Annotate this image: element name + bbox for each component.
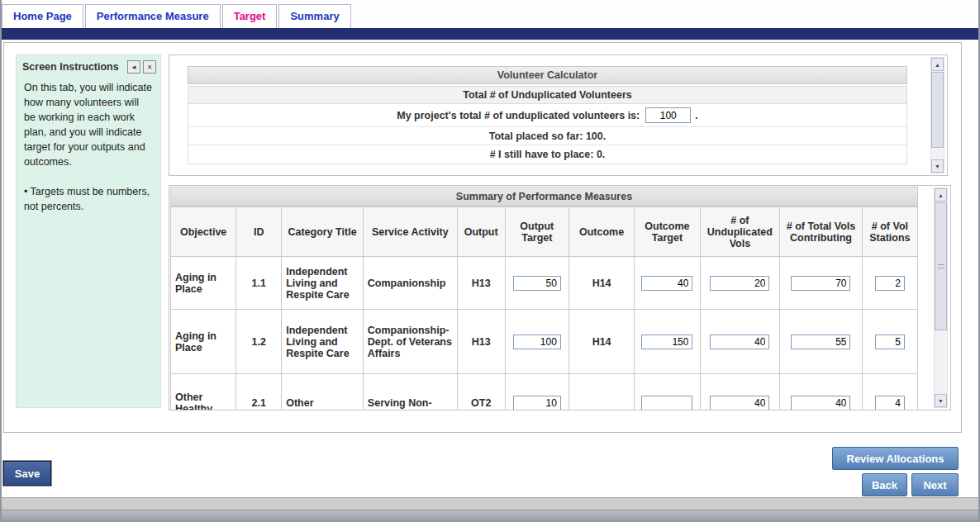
- summary-scroll-up-button[interactable]: ▲: [935, 188, 947, 202]
- output-target-input[interactable]: [513, 396, 561, 410]
- cell-id: 1.1: [236, 257, 282, 310]
- tab-summary[interactable]: Summary: [278, 4, 350, 28]
- col-header-outcome-target: Outcome Target: [635, 207, 700, 257]
- total-vols-contributing-input[interactable]: [791, 396, 850, 410]
- outcome-target-input[interactable]: [641, 276, 692, 291]
- summary-scrollbar: ▲ ▼: [934, 187, 948, 408]
- total-vols-contributing-input[interactable]: [791, 276, 850, 291]
- col-header-id: ID: [236, 207, 282, 257]
- status-bar: [2, 497, 978, 510]
- table-header-row: Objective ID Category Title Service Acti…: [171, 207, 918, 257]
- back-button[interactable]: Back: [862, 473, 907, 496]
- cell-output: H13: [457, 310, 505, 374]
- col-header-service-activity: Service Activity: [363, 207, 457, 257]
- total-vols-contributing-input[interactable]: [791, 335, 850, 349]
- output-target-input[interactable]: [513, 276, 561, 291]
- summary-scroll-down-button[interactable]: ▼: [935, 394, 947, 407]
- scroll-down-icon: ▼: [935, 164, 940, 169]
- tab-home-page[interactable]: Home Page: [2, 4, 83, 28]
- next-button[interactable]: Next: [911, 473, 959, 496]
- col-header-total-vols-contributing: # of Total Vols Contributing: [780, 207, 863, 257]
- total-volunteers-row: My project's total # of unduplicated vol…: [188, 104, 906, 127]
- unduplicated-vols-input[interactable]: [710, 396, 769, 410]
- cell-id: 2.1: [236, 374, 282, 411]
- col-header-objective: Objective: [171, 207, 236, 257]
- cell-outcome: H14: [568, 257, 634, 310]
- volunteer-calculator-panel: Volunteer Calculator Total # of Unduplic…: [169, 55, 948, 176]
- tab-target[interactable]: Target: [222, 4, 278, 28]
- outcome-target-input[interactable]: [641, 396, 692, 410]
- cell-service-activity: Serving Non-: [363, 374, 457, 411]
- col-header-unduplicated-vols: # of Unduplicated Vols: [700, 207, 780, 257]
- left-arrow-icon: ◄: [131, 64, 137, 71]
- unduplicated-vols-input[interactable]: [710, 276, 769, 291]
- total-volunteers-suffix: .: [695, 110, 697, 121]
- cell-category-title: Independent Living and Respite Care: [282, 257, 364, 310]
- cell-objective: Aging in Place: [171, 310, 236, 374]
- vol-stations-input[interactable]: [875, 396, 905, 410]
- cell-objective: Aging in Place: [171, 257, 236, 310]
- screen-instructions-header: Screen Instructions ◄ ✕: [17, 55, 160, 77]
- cell-category-title: Independent Living and Respite Care: [282, 310, 364, 374]
- scrollbar-gripper-icon: [938, 264, 944, 268]
- performance-measures-panel: Summary of Performance Measures Objectiv…: [169, 185, 951, 410]
- save-button[interactable]: Save: [3, 461, 51, 486]
- cell-id: 1.2: [236, 310, 282, 374]
- tab-performance-measure[interactable]: Performance Measure: [85, 4, 221, 28]
- still-to-place-text: # I still have to place: 0.: [188, 145, 906, 164]
- tab-bar: Home Page Performance Measure Target Sum…: [2, 0, 978, 28]
- calculator-scrollbar: ▲ ▼: [930, 57, 944, 173]
- cell-output: H13: [457, 257, 505, 310]
- calculator-scroll-up-button[interactable]: ▲: [931, 58, 944, 71]
- scroll-down-icon: ▼: [938, 398, 944, 404]
- calculator-scrollbar-thumb[interactable]: [931, 72, 944, 148]
- vol-stations-input[interactable]: [875, 335, 905, 349]
- cell-category-title: Other: [282, 374, 364, 411]
- cell-objective: Other Healthy: [171, 374, 236, 411]
- screen-instructions-title: Screen Instructions: [22, 61, 125, 73]
- summary-title: Summary of Performance Measures: [170, 187, 918, 206]
- vol-stations-input[interactable]: [875, 276, 905, 291]
- close-instructions-button[interactable]: ✕: [143, 60, 156, 74]
- performance-measures-table: Objective ID Category Title Service Acti…: [170, 206, 918, 410]
- cell-outcome: H14: [568, 310, 634, 374]
- cell-outcome: [568, 374, 634, 411]
- col-header-output: Output: [457, 207, 505, 257]
- col-header-output-target: Output Target: [505, 207, 568, 257]
- volunteer-calculator: Volunteer Calculator Total # of Unduplic…: [188, 66, 907, 164]
- total-placed-text: Total placed so far: 100.: [188, 127, 906, 145]
- review-allocations-button[interactable]: Review Allocations: [832, 447, 959, 470]
- close-icon: ✕: [147, 64, 153, 71]
- unduplicated-vols-input[interactable]: [710, 335, 769, 349]
- table-row: Aging in Place 1.1 Independent Living an…: [171, 257, 918, 310]
- calculator-subtitle: Total # of Unduplicated Volunteers: [188, 87, 906, 104]
- col-header-vol-stations: # of Vol Stations: [862, 207, 917, 257]
- col-header-category-title: Category Title: [282, 207, 364, 257]
- scroll-up-icon: ▲: [935, 62, 940, 68]
- cell-output: OT2: [457, 374, 505, 411]
- scroll-up-icon: ▲: [938, 192, 944, 198]
- output-target-input[interactable]: [513, 335, 561, 349]
- instructions-text: On this tab, you will indicate how many …: [24, 80, 153, 169]
- total-volunteers-input[interactable]: [645, 107, 691, 123]
- screen-instructions-body: On this tab, you will indicate how many …: [17, 77, 160, 217]
- outcome-target-input[interactable]: [641, 335, 692, 349]
- table-row: Aging in Place 1.2 Independent Living an…: [171, 310, 918, 374]
- header-divider-bar: [2, 28, 978, 40]
- total-volunteers-label: My project's total # of unduplicated vol…: [397, 110, 640, 121]
- calculator-body: Total # of Unduplicated Volunteers My pr…: [188, 86, 907, 164]
- col-header-outcome: Outcome: [568, 207, 634, 257]
- screen-instructions-panel: Screen Instructions ◄ ✕ On this tab, you…: [16, 55, 161, 408]
- cell-service-activity: Companionship: [363, 257, 457, 310]
- bottom-bar: [2, 510, 978, 520]
- instructions-note: • Targets must be numbers, not percents.: [24, 184, 153, 214]
- application-window: Home Page Performance Measure Target Sum…: [0, 0, 980, 522]
- cell-service-activity: Companionship-Dept. of Veterans Affairs: [363, 310, 457, 374]
- main-content-area: Screen Instructions ◄ ✕ On this tab, you…: [3, 42, 962, 433]
- summary-scrollbar-thumb[interactable]: [935, 202, 947, 330]
- calculator-scroll-down-button[interactable]: ▼: [931, 159, 944, 173]
- table-row: Other Healthy 2.1 Other Serving Non- OT2: [171, 374, 918, 411]
- calculator-title: Volunteer Calculator: [188, 66, 907, 84]
- collapse-instructions-button[interactable]: ◄: [127, 60, 140, 74]
